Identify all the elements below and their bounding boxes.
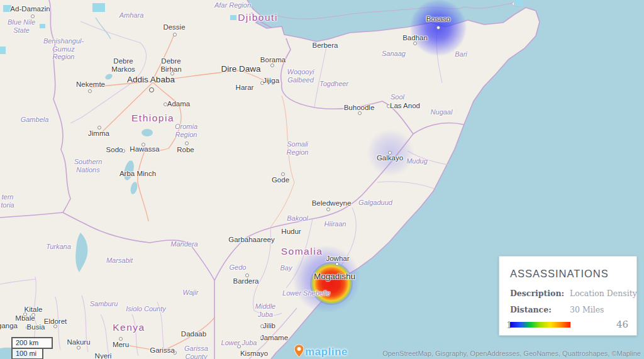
lake-tile [3,5,11,12]
lake-tile [40,24,45,28]
density-gradient-bar [510,322,570,328]
map-canvas[interactable]: DjiboutiEthiopiaSomaliaKenyaAddis AbabaD… [0,0,644,359]
legend-panel: ASSASSINATIONS Description: Location Den… [499,256,637,336]
legend-description-value: Location Density [570,289,639,298]
lake-hawassa [142,129,153,136]
lake-tile [0,47,6,54]
scale-km: 200 km [11,337,53,349]
reef-tile [514,0,523,6]
legend-title: ASSASSINATIONS [510,268,609,280]
lake-turkana [75,233,87,272]
map-pin-icon [294,345,304,359]
mapline-logo[interactable]: mapline [294,345,348,359]
lake-small [104,73,113,80]
legend-description-label: Description: [510,289,564,298]
lake-abaya [122,160,135,181]
legend-distance-row: Distance: 30 Miles [510,305,552,314]
legend-scale-max: 46 [616,319,628,330]
mapline-logo-text: mapline [305,346,348,358]
legend-description-row: Description: Location Density [510,289,564,298]
scale-mi: 100 mi [11,349,43,359]
roads [91,33,294,351]
map-attribution: OpenStreetMap, Gisgraphy, OpenAddresses,… [382,350,641,357]
lake-tile [230,15,236,20]
scale-control: 200 km 100 mi [11,337,53,359]
legend-distance-label: Distance: [510,305,552,314]
map-application: DjiboutiEthiopiaSomaliaKenyaAddis AbabaD… [0,0,644,359]
legend-distance-value: 30 Miles [570,305,639,314]
lake-chamo [130,181,139,195]
lake-tana [92,3,105,12]
